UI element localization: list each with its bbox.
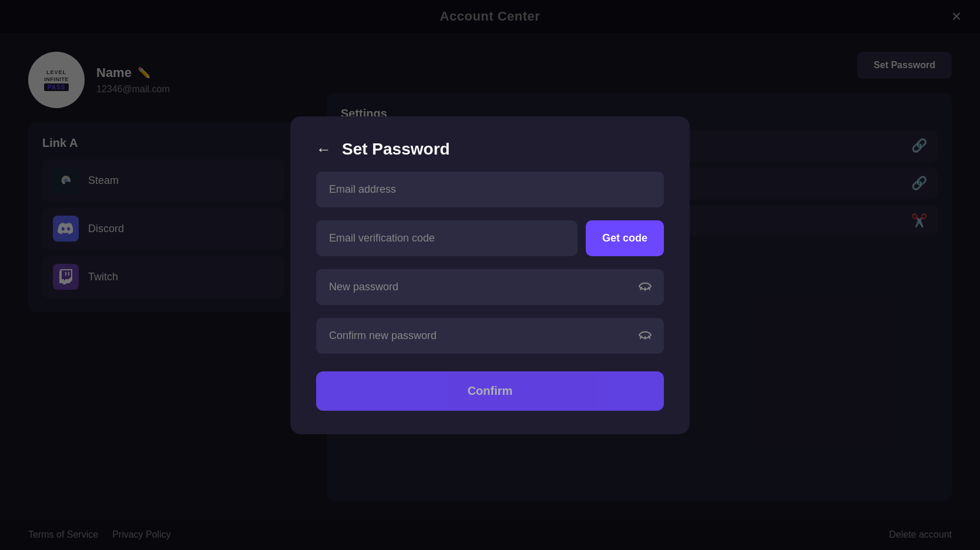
set-password-modal: ← Set Password Get code [290,116,690,434]
new-password-input[interactable] [316,269,664,305]
new-password-wrap [316,269,664,305]
email-address-input[interactable] [316,172,664,207]
code-row: Get code [316,220,664,256]
modal-overlay: ← Set Password Get code [0,0,980,550]
modal-back-button[interactable]: ← [316,142,331,157]
confirm-password-input[interactable] [316,318,664,354]
modal-title: Set Password [342,140,450,159]
confirm-password-eye-icon[interactable] [638,330,652,341]
email-verification-code-input[interactable] [316,220,578,256]
confirm-button[interactable]: Confirm [316,371,664,411]
modal-header: ← Set Password [316,140,664,159]
confirm-password-wrap [316,318,664,354]
new-password-eye-icon[interactable] [638,281,652,293]
get-code-button[interactable]: Get code [586,220,664,256]
